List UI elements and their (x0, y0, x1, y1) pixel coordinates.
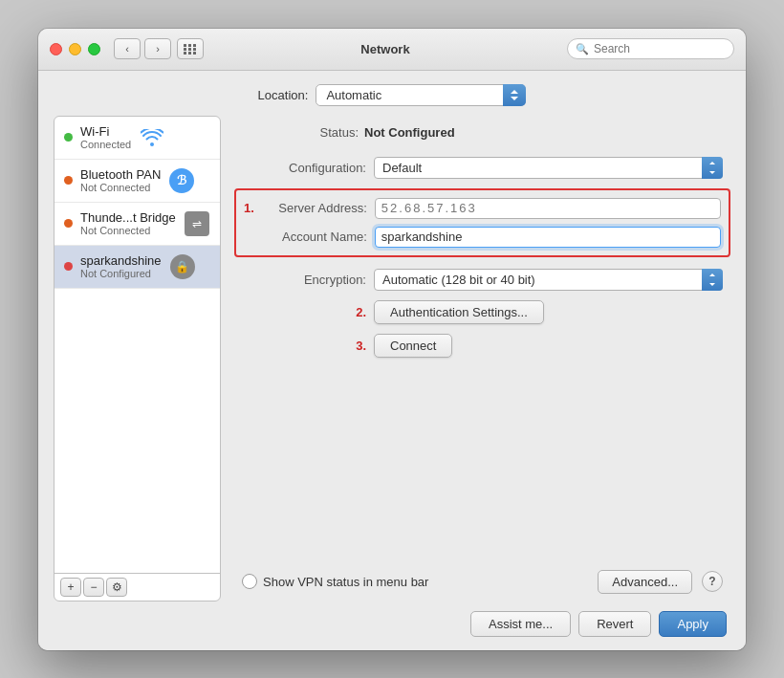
encryption-label: Encryption: (242, 273, 366, 287)
sidebar-name-wifi: Wi-Fi (80, 124, 131, 139)
sidebar-item-bluetooth[interactable]: Bluetooth PAN Not Connected ℬ (54, 160, 220, 203)
help-button[interactable]: ? (702, 571, 723, 592)
auth-spacer: 2. (242, 305, 366, 319)
title-bar: ‹ › Network 🔍 (38, 29, 746, 71)
minimize-button[interactable] (69, 43, 81, 55)
vpn-status-checkbox-wrap: Show VPN status in menu bar (242, 574, 428, 589)
server-address-label: Server Address: (254, 201, 367, 215)
account-name-label: Account Name: (254, 230, 367, 244)
bottom-options: Show VPN status in menu bar Advanced... … (234, 570, 730, 601)
assist-button[interactable]: Assist me... (470, 611, 571, 637)
status-dot-sparkandshine (64, 262, 73, 271)
server-address-input[interactable] (375, 198, 721, 219)
step1-label: 1. (244, 201, 254, 215)
sidebar-text-wifi: Wi-Fi Connected (80, 124, 131, 150)
vpn-status-label: Show VPN status in menu bar (263, 575, 428, 589)
account-name-input[interactable] (375, 227, 721, 248)
grid-icon (184, 44, 197, 55)
forward-icon: › (156, 43, 160, 55)
vpn-status-checkbox[interactable] (242, 574, 257, 589)
network-window: ‹ › Network 🔍 Location: Automatic (38, 29, 746, 650)
main-area: Wi-Fi Connected (38, 116, 746, 601)
sidebar-status-sparkandshine: Not Configured (80, 268, 162, 279)
gear-button[interactable]: ⚙ (106, 578, 127, 597)
account-row: 1. Account Name: (236, 227, 729, 248)
status-dot-wifi (64, 133, 73, 142)
back-icon: ‹ (125, 43, 129, 55)
search-box[interactable]: 🔍 (567, 38, 734, 59)
bluetooth-icon: ℬ (168, 167, 195, 194)
grid-button[interactable] (177, 38, 204, 59)
status-label: Status: (244, 125, 359, 140)
sidebar-text-thunderbolt: Thunde...t Bridge Not Connected (80, 210, 176, 236)
server-row: 1. Server Address: (236, 198, 729, 219)
traffic-lights (50, 43, 100, 55)
sidebar-status-bluetooth: Not Connected (80, 182, 161, 193)
apply-button[interactable]: Apply (659, 611, 727, 637)
sidebar-status-wifi: Connected (80, 139, 131, 150)
close-button[interactable] (50, 43, 62, 55)
sidebar-item-sparkandshine[interactable]: sparkandshine Not Configured 🔒 (54, 246, 220, 289)
sidebar-list: Wi-Fi Connected (54, 117, 220, 573)
auth-settings-button[interactable]: Authentication Settings... (374, 300, 544, 324)
search-input[interactable] (594, 42, 726, 55)
sidebar-name-thunderbolt: Thunde...t Bridge (80, 210, 176, 225)
connect-button[interactable]: Connect (374, 334, 452, 358)
nav-buttons: ‹ › (114, 38, 171, 59)
sidebar-name-sparkandshine: sparkandshine (80, 253, 162, 268)
connect-row: 3. Connect (234, 334, 730, 358)
advanced-button[interactable]: Advanced... (598, 570, 692, 594)
encryption-row: Encryption: Automatic (128 bit or 40 bit… (234, 269, 730, 291)
remove-button[interactable]: − (83, 578, 104, 597)
step2-label: 2. (356, 305, 366, 319)
sidebar: Wi-Fi Connected (54, 116, 221, 601)
sidebar-status-thunderbolt: Not Connected (80, 225, 176, 236)
config-label: Configuration: (242, 161, 366, 175)
forward-button[interactable]: › (144, 38, 171, 59)
location-select[interactable]: Automatic (316, 84, 526, 106)
footer: Assist me... Revert Apply (38, 601, 746, 650)
status-value: Not Configured (364, 125, 455, 140)
sidebar-toolbar: + − ⚙ (54, 573, 220, 601)
credentials-box: 1. Server Address: 1. Account Name: (234, 188, 730, 257)
sidebar-item-wifi[interactable]: Wi-Fi Connected (54, 117, 220, 160)
search-icon: 🔍 (576, 43, 589, 55)
config-row: Configuration: Default (234, 157, 730, 179)
right-panel: Status: Not Configured Configuration: De… (234, 116, 730, 601)
maximize-button[interactable] (88, 43, 100, 55)
encryption-select[interactable]: Automatic (128 bit or 40 bit) (374, 269, 723, 291)
revert-button[interactable]: Revert (578, 611, 651, 637)
sidebar-text-sparkandshine: sparkandshine Not Configured (80, 253, 162, 279)
wifi-icon (139, 124, 165, 151)
status-dot-bluetooth (64, 176, 73, 185)
config-select-wrap: Default (374, 157, 723, 179)
sidebar-text-bluetooth: Bluetooth PAN Not Connected (80, 167, 161, 193)
sidebar-item-thunderbolt[interactable]: Thunde...t Bridge Not Connected ⇌ (54, 203, 220, 246)
back-button[interactable]: ‹ (114, 38, 141, 59)
location-bar: Location: Automatic (38, 71, 746, 116)
auth-settings-row: 2. Authentication Settings... (234, 300, 730, 324)
sidebar-name-bluetooth: Bluetooth PAN (80, 167, 161, 182)
add-button[interactable]: + (60, 578, 81, 597)
config-select[interactable]: Default (374, 157, 723, 179)
status-row: Status: Not Configured (234, 125, 730, 140)
thunderbolt-icon: ⇌ (184, 210, 210, 237)
status-dot-thunderbolt (64, 219, 73, 228)
location-select-wrap: Automatic (316, 84, 526, 106)
lock-icon: 🔒 (169, 253, 196, 280)
window-title: Network (204, 42, 567, 56)
connect-spacer: 3. (242, 339, 366, 353)
content-area: Location: Automatic Wi-Fi Connected (38, 71, 746, 650)
encryption-select-wrap: Automatic (128 bit or 40 bit) (374, 269, 723, 291)
location-label: Location: (258, 88, 309, 102)
step3-label: 3. (356, 339, 366, 353)
